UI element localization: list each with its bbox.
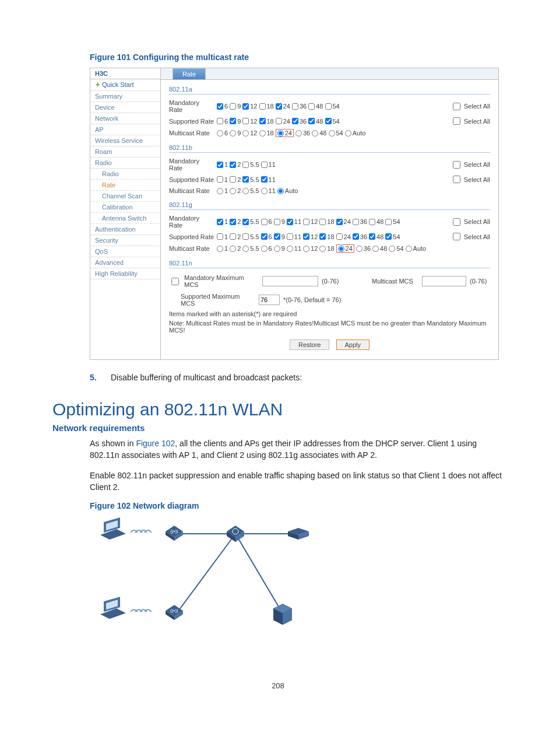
rate-checkbox[interactable] xyxy=(325,103,332,110)
rate-checkbox[interactable] xyxy=(385,233,392,240)
rate-radio[interactable] xyxy=(338,246,344,252)
rate-option[interactable]: 36 xyxy=(353,233,367,240)
rate-option[interactable]: 11 xyxy=(287,245,301,252)
rate-option[interactable]: 9 xyxy=(274,245,285,252)
rate-checkbox[interactable] xyxy=(259,103,266,110)
rate-radio[interactable] xyxy=(261,188,268,194)
rate-radio[interactable] xyxy=(277,188,284,194)
rate-option[interactable]: 54 xyxy=(325,103,340,110)
rate-option[interactable]: 9 xyxy=(230,103,241,110)
rate-checkbox[interactable] xyxy=(303,219,309,225)
sidebar-item[interactable]: Calibration xyxy=(90,202,160,213)
select-all-checkbox[interactable] xyxy=(453,233,460,240)
select-all[interactable]: Select All xyxy=(451,174,490,185)
rate-checkbox[interactable] xyxy=(230,219,236,225)
rate-option[interactable]: 12 xyxy=(303,233,318,240)
rate-option[interactable]: 18 xyxy=(259,103,274,110)
rate-option[interactable]: 18 xyxy=(319,233,334,240)
rate-option[interactable]: 48 xyxy=(308,103,323,110)
rate-checkbox[interactable] xyxy=(217,118,223,124)
rate-option[interactable]: 2 xyxy=(230,218,241,225)
rate-option[interactable]: 48 xyxy=(369,218,383,225)
rate-checkbox[interactable] xyxy=(217,103,223,110)
rate-radio[interactable] xyxy=(329,130,335,136)
rate-option[interactable]: 11 xyxy=(261,187,276,194)
apply-button[interactable]: Apply xyxy=(336,340,370,350)
restore-button[interactable]: Restore xyxy=(290,340,330,350)
rate-option[interactable]: 54 xyxy=(325,118,340,125)
mandatory-max-mcs-input[interactable] xyxy=(262,276,318,286)
rate-checkbox[interactable] xyxy=(274,219,280,225)
rate-option[interactable]: 12 xyxy=(303,245,318,252)
figure-102-link[interactable]: Figure 102 xyxy=(136,439,175,448)
rate-radio[interactable] xyxy=(295,130,302,136)
rate-option[interactable]: 5.5 xyxy=(242,233,259,240)
rate-option[interactable]: 54 xyxy=(389,245,403,252)
rate-option[interactable]: 24 xyxy=(276,129,294,137)
rate-checkbox[interactable] xyxy=(369,233,375,240)
rate-checkbox[interactable] xyxy=(369,219,375,225)
rate-option[interactable]: 24 xyxy=(276,103,290,110)
rate-option[interactable]: 5.5 xyxy=(242,176,259,183)
rate-option[interactable]: 54 xyxy=(385,233,400,240)
rate-checkbox[interactable] xyxy=(230,162,236,168)
rate-option[interactable]: 6 xyxy=(261,218,272,225)
rate-option[interactable]: 12 xyxy=(303,218,318,225)
rate-option[interactable]: 2 xyxy=(230,176,241,183)
sidebar-item[interactable]: Wireless Service xyxy=(90,135,160,146)
rate-radio[interactable] xyxy=(217,246,223,252)
supported-max-mcs-input[interactable] xyxy=(259,295,280,305)
rate-checkbox[interactable] xyxy=(217,233,223,240)
rate-checkbox[interactable] xyxy=(276,103,282,110)
rate-radio[interactable] xyxy=(242,188,249,194)
rate-checkbox[interactable] xyxy=(259,118,266,124)
rate-option[interactable]: 5.5 xyxy=(242,218,259,225)
rate-option[interactable]: 11 xyxy=(287,218,301,225)
rate-checkbox[interactable] xyxy=(230,103,236,110)
rate-option[interactable]: Auto xyxy=(406,245,427,252)
rate-option[interactable]: 11 xyxy=(261,176,276,183)
rate-radio[interactable] xyxy=(217,130,223,136)
rate-checkbox[interactable] xyxy=(242,176,249,183)
rate-checkbox[interactable] xyxy=(276,118,282,124)
rate-option[interactable]: 36 xyxy=(292,103,307,110)
rate-checkbox[interactable] xyxy=(336,219,343,225)
rate-checkbox[interactable] xyxy=(319,219,326,225)
rate-checkbox[interactable] xyxy=(261,219,268,225)
rate-radio[interactable] xyxy=(277,130,284,136)
rate-checkbox[interactable] xyxy=(230,118,236,124)
rate-checkbox[interactable] xyxy=(230,176,236,183)
rate-radio[interactable] xyxy=(261,246,268,252)
rate-radio[interactable] xyxy=(406,246,412,252)
rate-checkbox[interactable] xyxy=(325,118,332,124)
select-all-checkbox[interactable] xyxy=(453,103,460,110)
rate-radio[interactable] xyxy=(287,246,293,252)
rate-checkbox[interactable] xyxy=(274,233,280,240)
rate-option[interactable]: 48 xyxy=(308,118,323,125)
select-all[interactable]: Select All xyxy=(451,231,490,242)
rate-option[interactable]: 48 xyxy=(369,233,383,240)
rate-option[interactable]: Auto xyxy=(345,130,366,136)
rate-checkbox[interactable] xyxy=(242,233,249,240)
rate-checkbox[interactable] xyxy=(230,233,236,240)
rate-option[interactable]: 24 xyxy=(336,233,351,240)
rate-radio[interactable] xyxy=(217,188,223,194)
rate-option[interactable]: 5.5 xyxy=(242,187,259,194)
rate-option[interactable]: 2 xyxy=(230,187,241,194)
rate-option[interactable]: 6 xyxy=(261,245,272,252)
rate-option[interactable]: 24 xyxy=(336,218,351,225)
rate-option[interactable]: 9 xyxy=(230,118,241,125)
rate-option[interactable]: 2 xyxy=(230,233,241,240)
rate-checkbox[interactable] xyxy=(308,118,315,124)
rate-option[interactable]: 48 xyxy=(372,245,387,252)
sidebar-item[interactable]: Rate xyxy=(90,180,160,191)
sidebar-item[interactable]: High Reliability xyxy=(90,268,160,279)
rate-option[interactable]: 6 xyxy=(217,118,228,125)
rate-checkbox[interactable] xyxy=(261,176,268,183)
rate-option[interactable]: 54 xyxy=(329,130,343,136)
rate-option[interactable]: 36 xyxy=(356,245,371,252)
sidebar-item[interactable]: Antenna Switch xyxy=(90,213,160,224)
rate-option[interactable]: 24 xyxy=(276,118,290,125)
select-all-checkbox[interactable] xyxy=(453,117,460,125)
rate-option[interactable]: 9 xyxy=(230,130,241,136)
